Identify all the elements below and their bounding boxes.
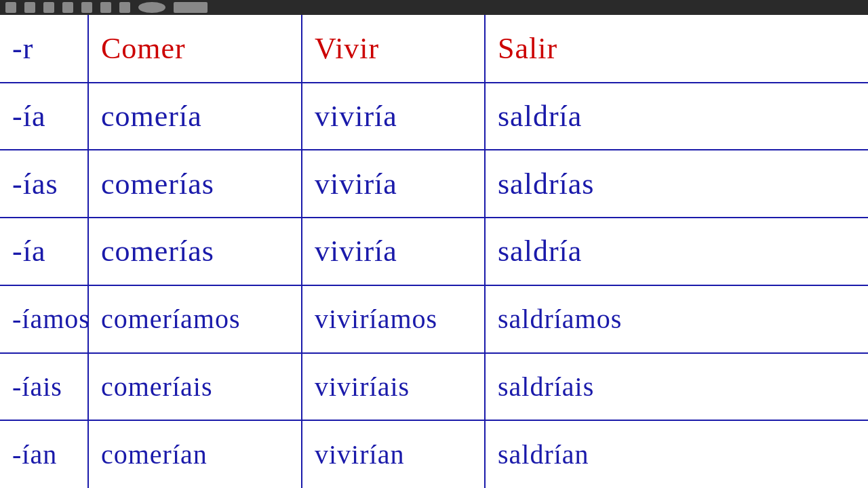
- header-col2: Comer: [88, 15, 302, 83]
- row1-col2: comería: [88, 83, 302, 150]
- row4-col2: comeríamos: [88, 285, 302, 353]
- row2-col2: comerías: [88, 150, 302, 218]
- header-col1-text: -r: [12, 32, 33, 65]
- table-row: -íamos comeríamos viviríamos saldríamos: [0, 285, 868, 353]
- header-col1: -r: [0, 15, 88, 83]
- row4-col4: saldríamos: [485, 285, 868, 353]
- row3-col3: viviría: [302, 218, 485, 285]
- table-container: -r Comer Vivir Salir -ía comería: [0, 15, 868, 488]
- toolbar-icon-7[interactable]: [119, 2, 130, 13]
- row4-col1: -íamos: [0, 285, 88, 353]
- header-col4-text: Salir: [498, 32, 557, 65]
- table-row: -íais comeríais viviríais saldríais: [0, 353, 868, 421]
- row1-col1: -ía: [0, 83, 88, 150]
- row3-col2: comerías: [88, 218, 302, 285]
- row4-col3: viviríamos: [302, 285, 485, 353]
- header-col4: Salir: [485, 15, 868, 83]
- row1-col4: saldría: [485, 83, 868, 150]
- row6-col3: vivirían: [302, 420, 485, 488]
- row3-col4: saldría: [485, 218, 868, 285]
- row3-col1: -ía: [0, 218, 88, 285]
- toolbar: [0, 0, 868, 15]
- row1-col3: viviría: [302, 83, 485, 150]
- table-row: -ías comerías viviría saldrías: [0, 150, 868, 218]
- row5-col4: saldríais: [485, 353, 868, 421]
- header-row: -r Comer Vivir Salir: [0, 15, 868, 83]
- toolbar-icon-4[interactable]: [62, 2, 73, 13]
- table-row: -ían comerían vivirían saldrían: [0, 420, 868, 488]
- row2-col1: -ías: [0, 150, 88, 218]
- row6-col4: saldrían: [485, 420, 868, 488]
- row6-col1: -ían: [0, 420, 88, 488]
- toolbar-icon-8[interactable]: [138, 2, 165, 13]
- toolbar-icon-9[interactable]: [174, 2, 208, 13]
- toolbar-icon-3[interactable]: [43, 2, 54, 13]
- row2-col4: saldrías: [485, 150, 868, 218]
- row5-col3: viviríais: [302, 353, 485, 421]
- row5-col1: -íais: [0, 353, 88, 421]
- toolbar-icon-2[interactable]: [24, 2, 35, 13]
- toolbar-icon-1[interactable]: [5, 2, 16, 13]
- table-row: -ía comería viviría saldría: [0, 83, 868, 150]
- row2-col3: viviría: [302, 150, 485, 218]
- header-col3: Vivir: [302, 15, 485, 83]
- header-col3-text: Vivir: [315, 32, 379, 65]
- toolbar-icon-5[interactable]: [81, 2, 92, 13]
- row6-col2: comerían: [88, 420, 302, 488]
- row5-col2: comeríais: [88, 353, 302, 421]
- header-col2-text: Comer: [101, 32, 186, 65]
- toolbar-icon-6[interactable]: [100, 2, 111, 13]
- table-row: -ía comerías viviría saldría: [0, 218, 868, 285]
